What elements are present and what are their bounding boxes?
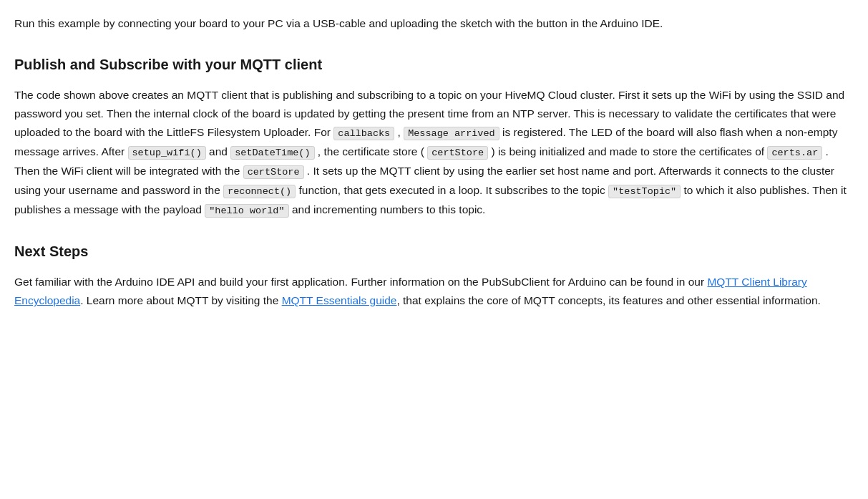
next-steps-text-after-link2: , that explains the core of MQTT concept…	[396, 294, 820, 306]
set-date-time-code: setDateTime()	[230, 146, 314, 160]
message-arrived-code: Message arrived	[404, 127, 499, 140]
reconnect-code: reconnect()	[223, 185, 296, 198]
next-steps-text-between-links: . Learn more about MQTT by visiting the	[80, 294, 281, 306]
cert-store-code-1: certStore	[427, 146, 488, 160]
next-steps-paragraph: Get familiar with the Arduino IDE API an…	[14, 273, 854, 311]
next-steps-section: Next Steps Get familiar with the Arduino…	[14, 240, 854, 311]
setup-wifi-code: setup_wifi()	[128, 146, 206, 160]
next-steps-heading: Next Steps	[14, 240, 854, 263]
certs-ar-code: certs.ar	[767, 146, 822, 160]
hello-world-code: "hello world"	[205, 204, 288, 218]
cert-store-code-2: certStore	[243, 165, 304, 179]
next-steps-text-before-link1: Get familiar with the Arduino IDE API an…	[14, 276, 707, 288]
intro-paragraph: Run this example by connecting your boar…	[14, 14, 854, 33]
publish-subscribe-paragraph: The code shown above creates an MQTT cli…	[14, 86, 854, 220]
publish-subscribe-heading: Publish and Subscribe with your MQTT cli…	[14, 53, 854, 76]
callbacks-code: callbacks	[333, 127, 394, 140]
mqtt-essentials-guide-link[interactable]: MQTT Essentials guide	[282, 294, 397, 306]
test-topic-code: "testTopic"	[608, 185, 681, 198]
